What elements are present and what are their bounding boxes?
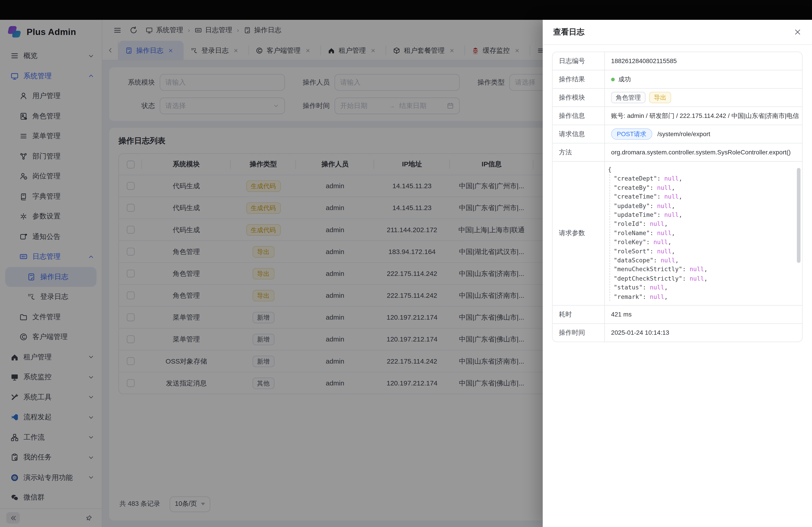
json-line: "remark": null, bbox=[606, 292, 797, 301]
method-value: org.dromara.system.controller.system.Sys… bbox=[605, 143, 802, 161]
json-line: "roleKey": null, bbox=[606, 238, 797, 247]
field-label: 请求信息 bbox=[553, 125, 605, 143]
json-line: "createTime": null, bbox=[606, 193, 797, 201]
duration-value: 421 ms bbox=[605, 305, 802, 323]
field-label: 日志编号 bbox=[553, 52, 605, 70]
json-line: "updateBy": null, bbox=[606, 201, 797, 211]
log-id-value: 1882612840802115585 bbox=[605, 52, 802, 70]
json-line: "dataScope": null, bbox=[606, 256, 797, 265]
screen: Plus Admin 概览系统管理用户管理角色管理菜单管理部门管理岗位管理字典管… bbox=[0, 0, 812, 527]
json-scrollbar-thumb[interactable] bbox=[797, 168, 800, 263]
drawer-title: 查看日志 bbox=[553, 27, 584, 37]
module-tag: 导出 bbox=[649, 92, 671, 103]
drawer-body: 日志编号 1882612840802115585 操作结果 成功 操作模块 角色… bbox=[543, 45, 812, 349]
json-line: "createDept": null, bbox=[606, 175, 797, 183]
info-value: 账号: admin / 研发部门 / 222.175.114.242 / 中国|… bbox=[605, 106, 802, 125]
success-dot-icon bbox=[611, 77, 615, 81]
field-label: 操作时间 bbox=[553, 323, 605, 342]
log-detail-table: 日志编号 1882612840802115585 操作结果 成功 操作模块 角色… bbox=[552, 51, 803, 342]
json-line: "roleSort": null, bbox=[606, 247, 797, 256]
field-label: 操作模块 bbox=[553, 88, 605, 106]
field-label: 请求参数 bbox=[553, 161, 605, 305]
system-topbar bbox=[0, 0, 812, 20]
drawer-header: 查看日志 bbox=[543, 20, 812, 45]
request-value: POST请求 /system/role/export bbox=[605, 125, 802, 143]
json-line: "deptCheckStrictly": null, bbox=[606, 274, 797, 283]
field-label: 操作结果 bbox=[553, 70, 605, 88]
field-label: 操作信息 bbox=[553, 106, 605, 125]
request-path: /system/role/export bbox=[657, 130, 710, 137]
post-method-badge: POST请求 bbox=[611, 128, 652, 140]
params-value: {"createDept": null,"createBy": null,"cr… bbox=[605, 161, 802, 305]
json-line: "status": null, bbox=[606, 283, 797, 292]
module-value: 角色管理导出 bbox=[605, 88, 802, 106]
module-tag: 角色管理 bbox=[611, 92, 646, 103]
json-line: "menuCheckStrictly": null, bbox=[606, 265, 797, 274]
result-value: 成功 bbox=[605, 70, 802, 88]
json-viewer[interactable]: {"createDept": null,"createBy": null,"cr… bbox=[605, 162, 802, 305]
op-time-value: 2025-01-24 10:14:13 bbox=[605, 323, 802, 342]
close-icon[interactable] bbox=[794, 28, 802, 36]
json-line: "updateTime": null, bbox=[606, 211, 797, 220]
field-label: 方法 bbox=[553, 143, 605, 161]
json-line: "createBy": null, bbox=[606, 183, 797, 193]
view-log-drawer: 查看日志 日志编号 1882612840802115585 操作结果 成功 操作… bbox=[543, 20, 812, 527]
field-label: 耗时 bbox=[553, 305, 605, 323]
json-line: "roleName": null, bbox=[606, 229, 797, 238]
json-line: { bbox=[606, 165, 797, 174]
json-line: "roleId": null, bbox=[606, 220, 797, 229]
